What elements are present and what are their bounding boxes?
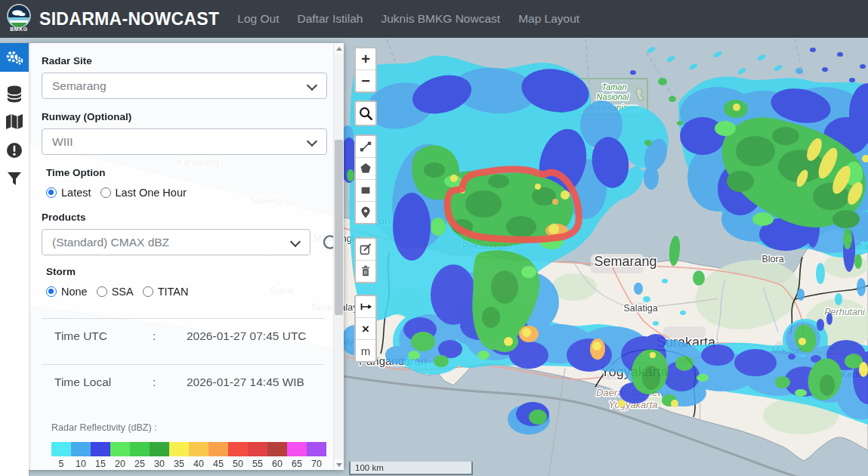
close-measure-button[interactable]: × — [356, 318, 375, 340]
delete-layers-button[interactable] — [356, 261, 375, 282]
search-control-group — [354, 100, 377, 126]
map-label: Nasional — [597, 92, 629, 101]
search-icon — [357, 105, 374, 122]
filter-icon — [7, 172, 22, 187]
panel-scrollbar[interactable] — [333, 43, 344, 470]
search-button[interactable] — [356, 102, 375, 125]
time-utc-value: 2026-01-27 07:45 UTC — [187, 329, 307, 343]
draw-control-group — [354, 134, 377, 224]
legend-color-50 — [228, 442, 248, 456]
scrollbar-thumb[interactable] — [335, 140, 343, 315]
sidebar-item-settings[interactable] — [0, 43, 29, 72]
app-title: SIDARMA-NOWCAST — [39, 9, 219, 29]
radio-selected-icon[interactable] — [46, 187, 57, 198]
radio-ssa[interactable]: SSA — [97, 286, 134, 298]
legend-color-45 — [209, 442, 228, 456]
draw-marker-button[interactable] — [356, 202, 375, 223]
map-scale-text: 100 km — [351, 463, 384, 472]
bmkg-logo: BMKG — [6, 4, 32, 34]
radar-site-label: Radar Site — [42, 55, 327, 66]
time-local-value: 2026-01-27 14:45 WIB — [187, 376, 304, 389]
sidebar-item-filter[interactable] — [0, 165, 29, 193]
radio-icon[interactable] — [100, 187, 111, 198]
polygon-icon — [358, 161, 373, 176]
bmkg-logo-icon — [7, 4, 31, 28]
polyline-icon — [357, 138, 374, 155]
time-utc-row: Time UTC : 2026-01-27 07:45 UTC — [42, 319, 327, 354]
legend-color-35 — [169, 442, 189, 456]
legend-color-30 — [150, 442, 169, 456]
sidebar-rail — [0, 43, 29, 476]
time-utc-label: Time UTC — [54, 329, 153, 343]
radar-site-select[interactable]: Semarang — [42, 73, 327, 99]
sidebar-item-data[interactable] — [0, 80, 29, 109]
storm-label: Storm — [46, 266, 327, 277]
radar-site-value: Semarang — [52, 79, 107, 93]
nav-link-log-out[interactable]: Log Out — [237, 12, 279, 26]
products-select[interactable]: (Standard) CMAX dBZ — [42, 229, 310, 255]
storm-group: NoneSSATITAN — [46, 283, 327, 300]
radio-titan[interactable]: TITAN — [143, 286, 189, 298]
radio-latest[interactable]: Latest — [46, 187, 91, 199]
legend-color-15 — [91, 442, 110, 456]
chevron-down-icon — [290, 236, 301, 247]
time-option-group: LatestLast One Hour — [46, 184, 327, 201]
radio-selected-icon[interactable] — [46, 286, 57, 297]
zoom-in-button[interactable]: + — [356, 48, 375, 70]
products-label: Products — [42, 212, 327, 223]
reflectivity-scale — [51, 442, 326, 456]
legend-color-40 — [189, 442, 209, 456]
legend-color-20 — [110, 442, 130, 456]
scroll-up-arrow-icon[interactable] — [334, 43, 344, 54]
edit-control-group — [354, 237, 377, 283]
measure-control-group: × m — [354, 295, 377, 363]
nav-link-juknis-bmkg-nowcast[interactable]: Juknis BMKG Nowcast — [381, 12, 500, 26]
exclamation-circle-icon — [6, 142, 23, 159]
products-value: (Standard) CMAX dBZ — [52, 236, 169, 249]
draw-polyline-button[interactable] — [356, 136, 375, 158]
rectangle-icon — [358, 183, 373, 198]
time-local-row: Time Local : 2026-01-27 14:45 WIB — [42, 365, 327, 400]
chevron-down-icon — [307, 136, 317, 147]
runway-value: WIII — [52, 135, 73, 149]
legend-color-55 — [248, 442, 267, 456]
reflectivity-legend-label: Radar Reflectivity (dBZ) : — [51, 422, 327, 433]
runway-label: Runway (Optional) — [42, 111, 327, 122]
measure-unit-button[interactable]: m — [356, 340, 375, 361]
zoom-out-button[interactable]: − — [356, 70, 375, 91]
sidebar-item-layers[interactable] — [0, 107, 29, 136]
edit-icon — [358, 242, 373, 257]
radio-none[interactable]: None — [46, 286, 88, 298]
radio-last-one-hour[interactable]: Last One Hour — [100, 187, 187, 199]
legend-color-5 — [51, 442, 71, 456]
map-label: Blora — [761, 254, 783, 264]
marker-pin-ic on — [358, 205, 373, 220]
gears-icon — [5, 48, 24, 66]
map-label: Taman — [601, 82, 626, 91]
runway-select[interactable]: WIII — [42, 128, 327, 155]
trash-icon — [358, 264, 373, 279]
legend-color-65 — [287, 442, 307, 456]
scroll-down-arrow-icon[interactable] — [334, 459, 344, 470]
sidebar-item-alerts[interactable] — [0, 136, 29, 165]
nav-link-map-layout[interactable]: Map Layout — [518, 12, 579, 26]
nav-link-daftar-istilah[interactable]: Daftar Istilah — [297, 12, 363, 26]
map-label: Semarang — [594, 254, 656, 269]
time-option-label: Time Option — [46, 167, 327, 178]
legend-color-25 — [130, 442, 150, 456]
radio-icon[interactable] — [143, 286, 153, 297]
top-navbar: BMKG SIDARMA-NOWCAST Log OutDaftar Istil… — [0, 0, 868, 38]
map-icon — [5, 113, 23, 130]
database-icon — [6, 85, 23, 104]
measure-button[interactable] — [356, 296, 375, 318]
draw-rectangle-button[interactable] — [356, 180, 375, 202]
draw-polygon-button[interactable] — [356, 158, 375, 180]
map-scale-bar: 100 km — [349, 462, 473, 475]
legend-color-10 — [71, 442, 91, 456]
navbar-links: Log OutDaftar IstilahJuknis BMKG Nowcast… — [237, 12, 579, 26]
map-label: Salatiga — [623, 303, 657, 314]
control-panel: Radar Site Semarang Runway (Optional) WI… — [29, 43, 344, 470]
edit-layers-button[interactable] — [356, 239, 375, 261]
radio-icon[interactable] — [97, 286, 107, 297]
legend-color-60 — [267, 442, 287, 456]
